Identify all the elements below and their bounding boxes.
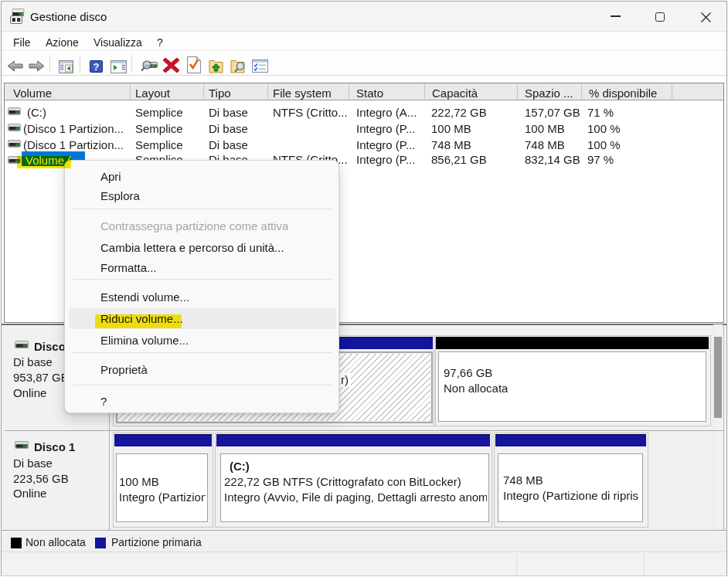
svg-text:?: ?: [94, 61, 100, 73]
